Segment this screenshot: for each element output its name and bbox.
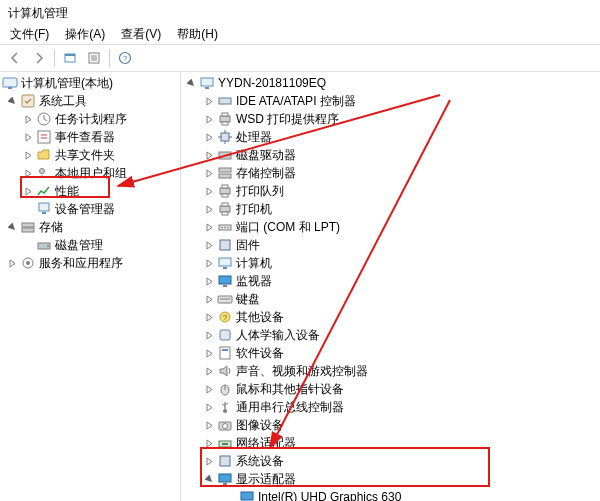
tree-label: 存储控制器: [236, 164, 296, 182]
device-other[interactable]: ?其他设备: [181, 308, 600, 326]
menu-help[interactable]: 帮助(H): [171, 24, 224, 44]
device-ports[interactable]: 端口 (COM 和 LPT): [181, 218, 600, 236]
tree-label: 磁盘管理: [55, 236, 103, 254]
toolbar-properties-button[interactable]: [83, 47, 105, 69]
tree-disk-mgmt[interactable]: 磁盘管理: [0, 236, 180, 254]
device-wsd[interactable]: WSD 打印提供程序: [181, 110, 600, 128]
event-viewer-icon: [36, 129, 52, 145]
device-printers[interactable]: 打印机: [181, 200, 600, 218]
tree-label: 设备管理器: [55, 200, 115, 218]
svg-rect-60: [222, 349, 228, 351]
menu-action[interactable]: 操作(A): [59, 24, 111, 44]
device-network[interactable]: 网络适配器: [181, 434, 600, 452]
device-monitors[interactable]: 监视器: [181, 272, 600, 290]
device-ide[interactable]: IDE ATA/ATAPI 控制器: [181, 92, 600, 110]
tree-task-scheduler[interactable]: 任务计划程序: [0, 110, 180, 128]
tree-shared-folders[interactable]: 共享文件夹: [0, 146, 180, 164]
device-hid[interactable]: 人体学输入设备: [181, 326, 600, 344]
menu-file[interactable]: 文件(F): [4, 24, 55, 44]
expander-closed-icon[interactable]: [203, 149, 215, 161]
expander-closed-icon[interactable]: [203, 131, 215, 143]
device-root[interactable]: YYDN-20181109EQ: [181, 74, 600, 92]
expander-closed-icon[interactable]: [22, 149, 34, 161]
tree-label: 端口 (COM 和 LPT): [236, 218, 340, 236]
right-tree-pane: YYDN-20181109EQ IDE ATA/ATAPI 控制器WSD 打印提…: [181, 72, 600, 501]
expander-closed-icon[interactable]: [203, 275, 215, 287]
tree-label: 本地用户和组: [55, 164, 127, 182]
device-computer[interactable]: 计算机: [181, 254, 600, 272]
expander-closed-icon[interactable]: [203, 383, 215, 395]
device-storage_ctrl[interactable]: 存储控制器: [181, 164, 600, 182]
device-mice[interactable]: 鼠标和其他指针设备: [181, 380, 600, 398]
svg-rect-71: [220, 456, 230, 466]
device-display[interactable]: 显示适配器: [181, 470, 600, 488]
expander-closed-icon[interactable]: [203, 239, 215, 251]
expander-closed-icon[interactable]: [203, 311, 215, 323]
svg-rect-12: [38, 131, 50, 143]
expander-closed-icon[interactable]: [203, 203, 215, 215]
expander-closed-icon[interactable]: [203, 401, 215, 413]
expander-closed-icon[interactable]: [203, 113, 215, 125]
expander-closed-icon[interactable]: [203, 437, 215, 449]
expander-closed-icon[interactable]: [22, 167, 34, 179]
monitor-icon: [217, 273, 233, 289]
tree-label: 固件: [236, 236, 260, 254]
tree-local-users[interactable]: 本地用户和组: [0, 164, 180, 182]
expander-closed-icon[interactable]: [22, 113, 34, 125]
device-processors[interactable]: 处理器: [181, 128, 600, 146]
menu-view[interactable]: 查看(V): [115, 24, 167, 44]
device-software[interactable]: 软件设备: [181, 344, 600, 362]
tree-system-tools[interactable]: 系统工具: [0, 92, 180, 110]
svg-rect-74: [241, 492, 253, 500]
device-disk_drives[interactable]: 磁盘驱动器: [181, 146, 600, 164]
device-sound[interactable]: 声音、视频和游戏控制器: [181, 362, 600, 380]
expander-closed-icon[interactable]: [6, 257, 18, 269]
expander-closed-icon[interactable]: [203, 293, 215, 305]
expander-closed-icon[interactable]: [203, 185, 215, 197]
svg-rect-17: [42, 212, 46, 214]
device-keyboards[interactable]: 键盘: [181, 290, 600, 308]
nav-back-button[interactable]: [4, 47, 26, 69]
expander-open-icon[interactable]: [203, 473, 215, 485]
tree-device-manager[interactable]: 设备管理器: [0, 200, 180, 218]
tree-services-apps[interactable]: 服务和应用程序: [0, 254, 180, 272]
tree-event-viewer[interactable]: 事件查看器: [0, 128, 180, 146]
expander-open-icon[interactable]: [6, 95, 18, 107]
device-usb[interactable]: 通用串行总线控制器: [181, 398, 600, 416]
expander-closed-icon[interactable]: [203, 95, 215, 107]
tree-label: 图像设备: [236, 416, 284, 434]
printer-icon: [217, 183, 233, 199]
expander-closed-icon[interactable]: [203, 347, 215, 359]
expander-closed-icon[interactable]: [22, 131, 34, 143]
expander-closed-icon[interactable]: [22, 185, 34, 197]
device-system_dev[interactable]: 系统设备: [181, 452, 600, 470]
expander-closed-icon[interactable]: [203, 455, 215, 467]
device-display_child[interactable]: Intel(R) UHD Graphics 630: [181, 488, 600, 501]
tree-label: 监视器: [236, 272, 272, 290]
expander-open-icon[interactable]: [6, 221, 18, 233]
disk-icon: [217, 147, 233, 163]
device-firmware[interactable]: 固件: [181, 236, 600, 254]
expander-closed-icon[interactable]: [203, 221, 215, 233]
toolbar-help-button[interactable]: ?: [114, 47, 136, 69]
expander-closed-icon[interactable]: [203, 419, 215, 431]
tree-root-computer-mgmt[interactable]: 计算机管理(本地): [0, 74, 180, 92]
expander-closed-icon[interactable]: [203, 365, 215, 377]
computer-icon: [217, 255, 233, 271]
device-imaging[interactable]: 图像设备: [181, 416, 600, 434]
svg-rect-24: [201, 78, 213, 86]
cpu-icon: [217, 129, 233, 145]
tree-storage[interactable]: 存储: [0, 218, 180, 236]
nav-forward-button[interactable]: [28, 47, 50, 69]
expander-closed-icon[interactable]: [203, 167, 215, 179]
svg-point-68: [223, 424, 228, 429]
tree-performance[interactable]: 性能: [0, 182, 180, 200]
expander-closed-icon[interactable]: [203, 329, 215, 341]
expander-closed-icon[interactable]: [203, 257, 215, 269]
tree-label: 鼠标和其他指针设备: [236, 380, 344, 398]
tree-label: 网络适配器: [236, 434, 296, 452]
device-print_queues[interactable]: 打印队列: [181, 182, 600, 200]
toolbar-up-button[interactable]: [59, 47, 81, 69]
tree-label: 声音、视频和游戏控制器: [236, 362, 368, 380]
expander-open-icon[interactable]: [185, 77, 197, 89]
